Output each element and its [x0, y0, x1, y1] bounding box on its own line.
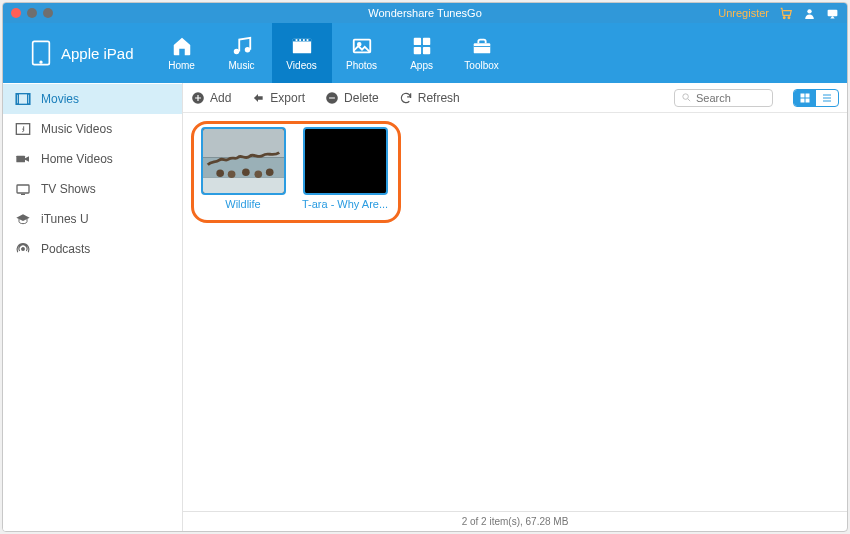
cart-icon[interactable] — [779, 6, 793, 20]
svg-rect-31 — [806, 93, 810, 97]
svg-rect-19 — [473, 46, 490, 47]
unregister-link[interactable]: Unregister — [718, 7, 769, 19]
list-view-button[interactable] — [816, 90, 838, 106]
maximize-window-button[interactable] — [43, 8, 53, 18]
svg-rect-8 — [295, 39, 297, 41]
device-icon — [31, 39, 51, 67]
photos-icon — [351, 35, 373, 57]
add-button[interactable]: Add — [191, 91, 231, 105]
svg-rect-10 — [302, 39, 304, 41]
app-window: Wondershare TunesGo Unregister Apple iPa… — [2, 2, 848, 532]
search-icon — [681, 92, 692, 103]
export-button[interactable]: Export — [251, 91, 305, 105]
nav-label: Music — [229, 60, 255, 71]
svg-rect-33 — [806, 98, 810, 102]
svg-rect-24 — [16, 156, 25, 163]
main-nav: Home Music Videos Photos Apps Toolbox — [152, 23, 512, 83]
export-label: Export — [270, 91, 305, 105]
device-selector[interactable]: Apple iPad — [3, 23, 152, 83]
minus-circle-icon — [325, 91, 339, 105]
search-field[interactable] — [674, 89, 773, 107]
sidebar-item-label: TV Shows — [41, 182, 96, 196]
sidebar-item-itunes-u[interactable]: iTunes U — [3, 204, 182, 234]
wildlife-thumb-icon — [203, 129, 284, 193]
apps-icon — [411, 35, 433, 57]
videos-icon — [291, 35, 313, 57]
sidebar-item-podcasts[interactable]: Podcasts — [3, 234, 182, 264]
svg-point-2 — [807, 9, 811, 13]
view-toggle — [793, 89, 839, 107]
nav-label: Videos — [286, 60, 316, 71]
nav-label: Home — [168, 60, 195, 71]
svg-rect-22 — [28, 94, 30, 105]
svg-rect-18 — [473, 43, 490, 53]
svg-point-0 — [783, 17, 785, 19]
status-text: 2 of 2 item(s), 67.28 MB — [462, 516, 569, 527]
feedback-icon[interactable] — [826, 7, 839, 20]
svg-rect-17 — [422, 47, 429, 54]
svg-rect-21 — [16, 94, 18, 105]
nav-photos[interactable]: Photos — [332, 23, 392, 83]
plus-circle-icon — [191, 91, 205, 105]
svg-rect-32 — [801, 98, 805, 102]
svg-rect-15 — [422, 38, 429, 45]
svg-rect-9 — [299, 39, 301, 41]
svg-rect-3 — [828, 9, 838, 16]
nav-label: Photos — [346, 60, 377, 71]
svg-rect-25 — [17, 185, 29, 193]
svg-point-37 — [216, 169, 224, 177]
video-thumbnail — [201, 127, 286, 195]
sidebar-item-music-videos[interactable]: Music Videos — [3, 114, 182, 144]
sidebar-item-label: iTunes U — [41, 212, 89, 226]
svg-point-5 — [40, 61, 42, 63]
sidebar-item-home-videos[interactable]: Home Videos — [3, 144, 182, 174]
camcorder-icon — [15, 152, 31, 166]
svg-rect-36 — [203, 178, 284, 193]
body: Movies Music Videos Home Videos TV Shows… — [3, 83, 847, 531]
grid-view-button[interactable] — [794, 90, 816, 106]
video-item[interactable]: T-ara - Why Are... — [299, 127, 391, 210]
refresh-label: Refresh — [418, 91, 460, 105]
video-item[interactable]: Wildlife — [197, 127, 289, 210]
statusbar: 2 of 2 item(s), 67.28 MB — [183, 511, 847, 531]
nav-home[interactable]: Home — [152, 23, 212, 83]
list-icon — [821, 92, 833, 104]
refresh-icon — [399, 91, 413, 105]
svg-point-29 — [683, 94, 689, 100]
sidebar-item-label: Music Videos — [41, 122, 112, 136]
delete-button[interactable]: Delete — [325, 91, 379, 105]
video-title: Wildlife — [225, 198, 260, 210]
export-icon — [251, 91, 265, 105]
nav-apps[interactable]: Apps — [392, 23, 452, 83]
sidebar-item-label: Podcasts — [41, 242, 90, 256]
sidebar: Movies Music Videos Home Videos TV Shows… — [3, 83, 183, 531]
refresh-button[interactable]: Refresh — [399, 91, 460, 105]
main: Add Export Delete Refresh — [183, 83, 847, 531]
window-controls — [11, 8, 53, 18]
close-window-button[interactable] — [11, 8, 21, 18]
svg-point-1 — [788, 17, 790, 19]
delete-label: Delete — [344, 91, 379, 105]
svg-rect-42 — [305, 129, 385, 193]
svg-rect-11 — [306, 39, 308, 41]
home-icon — [171, 35, 193, 57]
device-name: Apple iPad — [61, 45, 134, 62]
black-thumb-icon — [305, 129, 386, 193]
sidebar-item-tv-shows[interactable]: TV Shows — [3, 174, 182, 204]
nav-music[interactable]: Music — [212, 23, 272, 83]
nav-toolbox[interactable]: Toolbox — [452, 23, 512, 83]
video-grid: Wildlife T-ara - Why Are... — [197, 127, 833, 210]
nav-videos[interactable]: Videos — [272, 23, 332, 83]
add-label: Add — [210, 91, 231, 105]
video-title: T-ara - Why Are... — [302, 198, 388, 210]
svg-rect-16 — [413, 47, 420, 54]
sidebar-item-movies[interactable]: Movies — [3, 84, 182, 114]
user-icon[interactable] — [803, 7, 816, 20]
minimize-window-button[interactable] — [27, 8, 37, 18]
svg-rect-30 — [801, 93, 805, 97]
search-input[interactable] — [696, 92, 766, 104]
sidebar-item-label: Home Videos — [41, 152, 113, 166]
music-video-icon — [15, 122, 31, 136]
podcast-icon — [15, 242, 31, 256]
titlebar-right: Unregister — [718, 6, 839, 20]
